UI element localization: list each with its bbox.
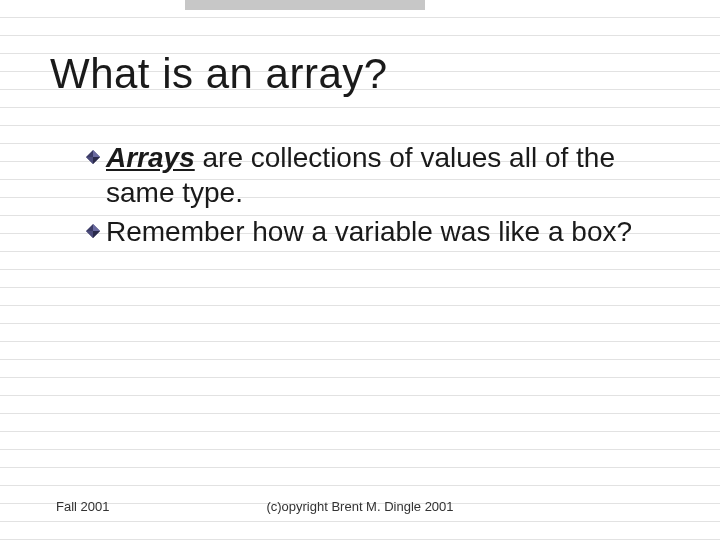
diamond-bullet-icon [86,150,100,164]
emphasized-term: Arrays [106,142,195,173]
svg-marker-3 [86,157,93,164]
bullet-text: Remember how a variable was like a box? [106,214,632,249]
bullet-text: Arrays are collections of values all of … [106,140,670,210]
slide-body: Arrays are collections of values all of … [86,140,670,249]
svg-marker-5 [93,224,100,231]
svg-marker-6 [93,231,100,238]
header-accent-bar [185,0,425,10]
svg-marker-7 [86,231,93,238]
bullet-item: Arrays are collections of values all of … [86,140,670,210]
slide-footer: Fall 2001 (c)opyright Brent M. Dingle 20… [0,499,720,514]
bullet-item: Remember how a variable was like a box? [86,214,670,249]
diamond-bullet-icon [86,224,100,238]
slide-title: What is an array? [50,50,670,98]
footer-left: Fall 2001 [56,499,109,514]
slide-content: What is an array? Arrays are collections… [0,0,720,540]
svg-marker-1 [93,150,100,157]
svg-marker-2 [93,157,100,164]
